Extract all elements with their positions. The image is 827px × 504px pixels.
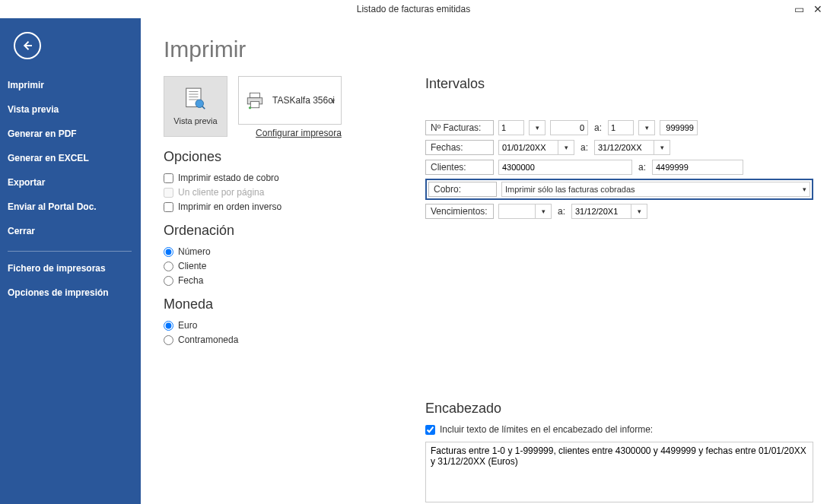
sidebar: Imprimir Vista previa Generar en PDF Gen… <box>0 18 141 504</box>
rad-euro-input[interactable] <box>164 321 173 331</box>
window-title: Listado de facturas emitidas <box>357 4 470 14</box>
rad-numero-input[interactable] <box>164 247 173 257</box>
titlebar: Listado de facturas emitidas ▭ ✕ <box>0 0 827 18</box>
row-clientes: Clientes: a: <box>425 159 813 176</box>
moneda-heading: Moneda <box>164 296 406 312</box>
chk-un-cliente-pagina: Un cliente por página <box>164 187 406 198</box>
a-label-2: a: <box>579 142 590 153</box>
printer-selector[interactable]: TASKalfa 356ci ▾ <box>238 76 342 125</box>
label-cobro: Cobro: <box>428 182 497 197</box>
nav-fichero-impresoras[interactable]: Fichero de impresoras <box>0 256 141 281</box>
row-fechas: Fechas: ▾ a: ▾ <box>425 139 813 156</box>
label-nfacturas: Nº Facturas: <box>425 120 494 135</box>
fecha-to[interactable] <box>594 140 654 155</box>
nav-opciones-impresion[interactable]: Opciones de impresión <box>0 281 141 305</box>
nav-separator <box>8 251 132 252</box>
encabezado-heading: Encabezado <box>425 401 813 417</box>
chk-incluir-limites[interactable]: Incluir texto de límites en el encabezad… <box>425 424 813 435</box>
fecha-from-drop[interactable]: ▾ <box>558 140 574 155</box>
nfact-num-from[interactable] <box>550 120 588 135</box>
rad-cliente[interactable]: Cliente <box>164 261 406 271</box>
nfact-serie-to[interactable] <box>608 120 634 135</box>
venc-to-drop[interactable]: ▾ <box>631 204 647 219</box>
maximize-icon[interactable]: ▭ <box>794 0 804 18</box>
rad-cliente-input[interactable] <box>164 262 173 271</box>
a-label-1: a: <box>593 122 603 133</box>
nfact-serie-from[interactable] <box>498 120 524 135</box>
vista-previa-label: Vista previa <box>173 116 217 125</box>
cobro-selector[interactable]: Imprimir sólo las facturas cobradas ▾ <box>501 182 810 197</box>
chk-estado-cobro[interactable]: Imprimir estado de cobro <box>164 173 406 183</box>
nav-enviar-portal[interactable]: Enviar al Portal Doc. <box>0 195 141 219</box>
rad-contramoneda[interactable]: Contramoneda <box>164 334 406 345</box>
rad-numero[interactable]: Número <box>164 246 406 257</box>
rad-contramoneda-input[interactable] <box>164 335 173 345</box>
a-label-4: a: <box>556 206 567 217</box>
venc-from-drop[interactable]: ▾ <box>535 204 552 219</box>
nav-generar-pdf[interactable]: Generar en PDF <box>0 122 141 146</box>
label-clientes: Clientes: <box>425 160 494 175</box>
intervalos-heading: Intervalos <box>425 76 813 92</box>
cliente-to[interactable] <box>652 160 743 175</box>
back-button[interactable] <box>14 32 41 59</box>
close-icon[interactable]: ✕ <box>813 0 822 18</box>
svg-point-10 <box>249 106 251 109</box>
label-fechas: Fechas: <box>425 140 494 155</box>
nfact-serie-to-drop[interactable]: ▾ <box>638 120 655 135</box>
chk-incluir-limites-input[interactable] <box>425 425 435 435</box>
chevron-down-icon: ▾ <box>803 185 806 193</box>
chk-orden-inverso-input[interactable] <box>164 202 173 212</box>
rad-euro[interactable]: Euro <box>164 320 406 331</box>
page-heading: Imprimir <box>164 36 813 62</box>
document-preview-icon <box>185 87 206 112</box>
ordenacion-heading: Ordenación <box>164 223 406 239</box>
nav-cerrar[interactable]: Cerrar <box>0 219 141 243</box>
label-vencimientos: Vencimientos: <box>425 204 494 219</box>
vista-previa-button[interactable]: Vista previa <box>164 76 227 137</box>
arrow-left-icon <box>21 39 34 52</box>
svg-rect-9 <box>250 102 259 108</box>
row-nfacturas: Nº Facturas: ▾ a: ▾ <box>425 119 813 136</box>
venc-from[interactable] <box>498 204 535 219</box>
nav-generar-excel[interactable]: Generar en EXCEL <box>0 146 141 170</box>
nav-vista-previa[interactable]: Vista previa <box>0 97 141 122</box>
cliente-from[interactable] <box>498 160 632 175</box>
venc-to[interactable] <box>571 204 631 219</box>
chk-estado-cobro-input[interactable] <box>164 173 173 183</box>
printer-name: TASKalfa 356ci <box>272 95 335 106</box>
printer-icon <box>245 90 265 110</box>
main-panel: Imprimir Vista previa <box>141 18 827 504</box>
cobro-value: Imprimir sólo las facturas cobradas <box>505 185 635 194</box>
a-label-3: a: <box>637 162 647 173</box>
nfact-num-to[interactable] <box>660 120 698 135</box>
nfact-serie-from-drop[interactable]: ▾ <box>529 120 546 135</box>
chk-un-cliente-pagina-input <box>164 188 173 198</box>
fecha-to-drop[interactable]: ▾ <box>654 140 670 155</box>
fecha-from[interactable] <box>498 140 558 155</box>
rad-fecha[interactable]: Fecha <box>164 275 406 286</box>
chevron-down-icon: ▾ <box>331 97 335 105</box>
rad-fecha-input[interactable] <box>164 276 173 286</box>
opciones-heading: Opciones <box>164 149 406 165</box>
nav-exportar[interactable]: Exportar <box>0 170 141 195</box>
nav-imprimir[interactable]: Imprimir <box>0 73 141 97</box>
row-cobro: Cobro: Imprimir sólo las facturas cobrad… <box>425 179 813 200</box>
svg-rect-7 <box>250 93 260 98</box>
svg-line-6 <box>202 106 205 109</box>
configurar-impresora-link[interactable]: Configurar impresora <box>238 128 342 138</box>
row-vencimientos: Vencimientos: ▾ a: ▾ <box>425 203 813 220</box>
chk-orden-inverso[interactable]: Imprimir en orden inverso <box>164 201 406 212</box>
encabezado-text[interactable] <box>425 442 813 502</box>
